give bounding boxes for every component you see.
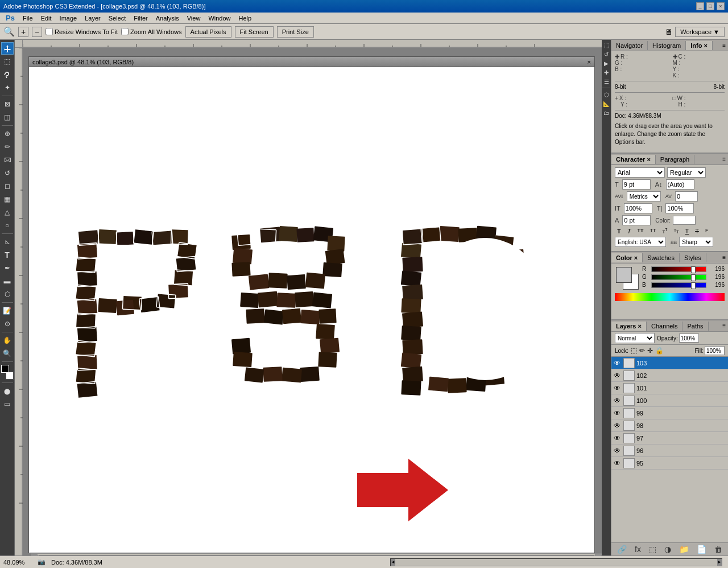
menu-edit[interactable]: Edit	[38, 14, 55, 23]
layer-new-button[interactable]: 📄	[697, 545, 706, 554]
actual-pixels-button[interactable]: Actual Pixels	[185, 26, 231, 38]
panel-tool-8[interactable]: 🗂	[602, 109, 610, 117]
font-family-select[interactable]: Arial	[615, 167, 665, 178]
tab-layers[interactable]: Layers ×	[611, 322, 647, 331]
layer-item-101[interactable]: 👁 101	[611, 382, 728, 394]
fit-screen-button[interactable]: Fit Screen	[235, 26, 274, 38]
menu-image[interactable]: Image	[56, 14, 81, 23]
char-panel-menu[interactable]: ≡	[720, 156, 728, 162]
tool-move[interactable]	[1, 42, 14, 55]
tab-paths[interactable]: Paths	[682, 322, 708, 331]
layer-eye-95[interactable]: 👁	[614, 459, 622, 467]
layer-item-97[interactable]: 👁 97	[611, 432, 728, 444]
tab-histogram[interactable]: Histogram	[648, 41, 686, 50]
fill-input[interactable]	[705, 346, 725, 355]
layer-eye-96[interactable]: 👁	[614, 447, 622, 455]
layer-delete-button[interactable]: 🗑	[714, 545, 722, 554]
scroll-right[interactable]: ►	[717, 559, 722, 566]
language-select[interactable]: English: USA	[615, 237, 666, 247]
layer-eye-103[interactable]: 👁	[614, 359, 622, 367]
style-faux[interactable]: F	[703, 227, 711, 235]
tool-3d[interactable]: ⬡	[1, 288, 14, 301]
layer-fx-button[interactable]: fx	[635, 545, 641, 554]
layer-eye-101[interactable]: 👁	[614, 384, 622, 392]
font-style-select[interactable]: Regular	[667, 167, 706, 178]
menu-window[interactable]: Window	[205, 14, 234, 23]
layer-eye-102[interactable]: 👁	[614, 372, 622, 380]
panel-tool-2[interactable]: ↺	[602, 50, 610, 58]
tool-lasso[interactable]	[1, 68, 14, 81]
anti-alias-select[interactable]: Sharp	[679, 237, 713, 247]
tool-marquee[interactable]: ⬚	[1, 55, 14, 68]
tool-path[interactable]: ⊾	[1, 236, 14, 248]
kerning-select[interactable]: Metrics	[627, 191, 661, 201]
close-button[interactable]: ×	[717, 2, 725, 10]
menu-view[interactable]: View	[184, 14, 204, 23]
tab-paragraph[interactable]: Paragraph	[656, 155, 694, 164]
kerning-input[interactable]	[675, 191, 698, 201]
layer-item-102[interactable]: 👁 102	[611, 369, 728, 382]
document-canvas[interactable]	[29, 67, 594, 553]
menu-layer[interactable]: Layer	[81, 14, 104, 23]
layer-adjustment-button[interactable]: ◑	[664, 545, 671, 554]
tool-history[interactable]: ↺	[1, 167, 14, 179]
font-size-input[interactable]	[622, 179, 651, 190]
tool-type[interactable]: T	[1, 249, 14, 261]
tool-healing[interactable]: ⊕	[1, 127, 14, 140]
green-slider[interactable]	[651, 274, 706, 280]
scale-h-input[interactable]	[624, 203, 652, 213]
tool-quick-mask[interactable]: ⬤	[1, 385, 14, 397]
menu-ps[interactable]: Ps	[2, 13, 18, 23]
scroll-left[interactable]: ◄	[391, 559, 395, 566]
color-spectrum[interactable]	[615, 293, 725, 301]
style-bold[interactable]: T	[615, 227, 623, 235]
panel-tool-7[interactable]: 📐	[602, 100, 610, 108]
menu-select[interactable]: Select	[105, 14, 130, 23]
layer-eye-97[interactable]: 👁	[614, 434, 622, 442]
tool-stamp[interactable]: 🖂	[1, 154, 14, 166]
style-underline[interactable]: T	[682, 227, 691, 235]
background-color-swatch[interactable]	[6, 372, 14, 380]
tab-swatches[interactable]: Swatches	[643, 253, 680, 262]
lock-position-icon[interactable]: ✛	[647, 347, 653, 355]
layer-mask-button[interactable]: ⬚	[649, 545, 656, 554]
color-panel-menu[interactable]: ≡	[720, 254, 728, 261]
layer-item-95[interactable]: 👁 95	[611, 457, 728, 470]
layers-panel-menu[interactable]: ≡	[720, 323, 728, 329]
red-slider[interactable]	[651, 266, 706, 272]
lock-all-icon[interactable]: 🔒	[655, 347, 664, 355]
tab-info[interactable]: Info ×	[686, 41, 713, 50]
panel-tool-4[interactable]: ✚	[602, 68, 610, 76]
maximize-button[interactable]: □	[706, 2, 714, 10]
tab-styles[interactable]: Styles	[680, 253, 706, 262]
layer-item-99[interactable]: 👁 99	[611, 407, 728, 419]
color-swatch[interactable]	[673, 216, 696, 225]
foreground-color-swatch[interactable]	[1, 365, 9, 373]
document-close-button[interactable]: ×	[588, 59, 591, 65]
layer-link-button[interactable]: 🔗	[617, 545, 627, 554]
tool-notes[interactable]: 📝	[1, 304, 14, 317]
tool-crop[interactable]: ⊠	[1, 98, 14, 110]
tool-dodge[interactable]: ○	[1, 219, 14, 232]
tool-gradient[interactable]: ▦	[1, 193, 14, 205]
tool-eraser[interactable]: ◻	[1, 180, 14, 192]
menu-help[interactable]: Help	[235, 14, 255, 23]
layer-item-96[interactable]: 👁 96	[611, 444, 728, 457]
layer-item-100[interactable]: 👁 100	[611, 394, 728, 407]
menu-file[interactable]: File	[19, 14, 36, 23]
tab-channels[interactable]: Channels	[647, 322, 682, 331]
menu-filter[interactable]: Filter	[130, 14, 151, 23]
tab-color[interactable]: Color ×	[611, 253, 643, 262]
panel-tool-1[interactable]: ⬚	[602, 41, 610, 49]
blend-mode-select[interactable]: Normal	[615, 333, 655, 343]
blue-slider[interactable]	[651, 282, 706, 288]
workspace-button[interactable]: Workspace ▼	[675, 27, 725, 37]
baseline-input[interactable]	[622, 215, 651, 225]
zoom-in-icon[interactable]: +	[18, 27, 28, 37]
layer-eye-100[interactable]: 👁	[614, 397, 622, 405]
zoom-out-icon[interactable]: −	[32, 27, 42, 37]
tool-pen[interactable]: ✒	[1, 262, 14, 274]
menu-analysis[interactable]: Analysis	[152, 14, 183, 23]
scale-v-input[interactable]	[665, 203, 694, 213]
tool-hand[interactable]: ✋	[1, 334, 14, 347]
